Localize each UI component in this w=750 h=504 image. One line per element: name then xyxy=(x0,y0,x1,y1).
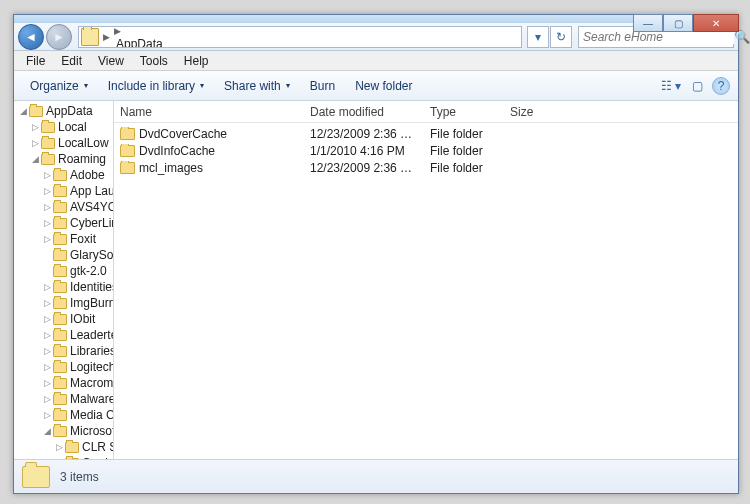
refresh-button[interactable]: ↻ xyxy=(550,26,572,48)
folder-icon xyxy=(65,442,79,453)
navigation-tree[interactable]: ◢AppData▷Local▷LocalLow◢Roaming▷Adobe▷Ap… xyxy=(14,101,114,459)
expand-icon[interactable]: ▷ xyxy=(42,202,53,212)
forward-button[interactable]: ► xyxy=(46,24,72,50)
content-area: ◢AppData▷Local▷LocalLow◢Roaming▷Adobe▷Ap… xyxy=(14,101,738,459)
tree-label: Media Center xyxy=(70,408,114,422)
folder-icon xyxy=(53,346,67,357)
tree-node[interactable]: ▷ImgBurn xyxy=(14,295,113,311)
menu-help[interactable]: Help xyxy=(176,52,217,70)
window-controls: — ▢ ✕ xyxy=(633,14,739,32)
file-row[interactable]: DvdInfoCache1/1/2010 4:16 PMFile folder xyxy=(114,142,738,159)
file-row[interactable]: mcl_images12/23/2009 2:36 PMFile folder xyxy=(114,159,738,176)
menu-edit[interactable]: Edit xyxy=(53,52,90,70)
history-dropdown[interactable]: ▾ xyxy=(527,26,549,48)
chevron-right-icon[interactable]: ▶ xyxy=(112,26,123,36)
view-options-button[interactable]: ☷ ▾ xyxy=(660,75,682,97)
file-list[interactable]: DvdCoverCache12/23/2009 2:36 PMFile fold… xyxy=(114,123,738,459)
tree-node[interactable]: ▷LocalLow xyxy=(14,135,113,151)
tree-node[interactable]: gtk-2.0 xyxy=(14,263,113,279)
expand-icon[interactable]: ▷ xyxy=(42,298,53,308)
folder-icon xyxy=(53,426,67,437)
burn-button[interactable]: Burn xyxy=(302,75,343,97)
expand-icon[interactable]: ▷ xyxy=(30,122,41,132)
expand-icon[interactable]: ◢ xyxy=(42,426,53,436)
navigation-bar: ◄ ► ▶ Computer▶Local Disk (C:)▶Users▶DER… xyxy=(14,23,738,51)
column-type[interactable]: Type xyxy=(424,101,504,122)
tree-node[interactable]: ◢AppData xyxy=(14,103,113,119)
expand-icon[interactable]: ▷ xyxy=(42,378,53,388)
file-row[interactable]: DvdCoverCache12/23/2009 2:36 PMFile fold… xyxy=(114,125,738,142)
tree-label: Macromedia xyxy=(70,376,114,390)
item-count-label: 3 items xyxy=(60,470,99,484)
folder-icon xyxy=(53,170,67,181)
expand-icon[interactable]: ▷ xyxy=(42,186,53,196)
tree-node[interactable]: ▷CyberLink xyxy=(14,215,113,231)
folder-icon xyxy=(53,330,67,341)
expand-icon[interactable]: ◢ xyxy=(30,154,41,164)
expand-icon[interactable]: ▷ xyxy=(42,234,53,244)
tree-node[interactable]: ▷IObit xyxy=(14,311,113,327)
expand-icon[interactable]: ▷ xyxy=(42,282,53,292)
tree-node[interactable]: ▷CLR Security xyxy=(14,439,113,455)
tree-node[interactable]: ▷Libraries xyxy=(14,343,113,359)
help-button[interactable]: ? xyxy=(712,77,730,95)
tree-label: Leadertech xyxy=(70,328,114,342)
new-folder-button[interactable]: New folder xyxy=(347,75,420,97)
tree-node[interactable]: ▷Foxit xyxy=(14,231,113,247)
folder-icon xyxy=(53,186,67,197)
expand-icon[interactable]: ◢ xyxy=(18,106,29,116)
menu-view[interactable]: View xyxy=(90,52,132,70)
tree-node[interactable]: ▷Logitech xyxy=(14,359,113,375)
folder-icon xyxy=(41,122,55,133)
breadcrumb-segment[interactable]: AppData xyxy=(112,37,199,48)
share-with-button[interactable]: Share with xyxy=(216,75,298,97)
address-bar[interactable]: ▶ Computer▶Local Disk (C:)▶Users▶DEREK▶A… xyxy=(78,26,522,48)
chevron-right-icon[interactable]: ▶ xyxy=(101,32,112,42)
column-size[interactable]: Size xyxy=(504,101,574,122)
expand-icon[interactable]: ▷ xyxy=(42,218,53,228)
tree-node[interactable]: ▷Leadertech xyxy=(14,327,113,343)
folder-icon xyxy=(53,234,67,245)
expand-icon[interactable]: ▷ xyxy=(30,138,41,148)
tree-node[interactable]: ▷AVS4YOU xyxy=(14,199,113,215)
tree-node[interactable]: ▷Malwarebytes xyxy=(14,391,113,407)
expand-icon[interactable]: ▷ xyxy=(42,170,53,180)
minimize-button[interactable]: — xyxy=(633,14,663,32)
tree-node[interactable]: ▷Local xyxy=(14,119,113,135)
menu-file[interactable]: File xyxy=(18,52,53,70)
folder-icon xyxy=(53,202,67,213)
tree-node[interactable]: ◢Roaming xyxy=(14,151,113,167)
expand-icon[interactable]: ▷ xyxy=(42,330,53,340)
folder-icon xyxy=(29,106,43,117)
close-button[interactable]: ✕ xyxy=(693,14,739,32)
expand-icon[interactable]: ▷ xyxy=(42,410,53,420)
folder-icon xyxy=(53,362,67,373)
details-pane: 3 items xyxy=(14,459,738,493)
menu-tools[interactable]: Tools xyxy=(132,52,176,70)
tree-node[interactable]: ▷Identities xyxy=(14,279,113,295)
expand-icon[interactable]: ▷ xyxy=(42,314,53,324)
title-bar[interactable] xyxy=(14,15,738,23)
tree-node[interactable]: GlarySoft xyxy=(14,247,113,263)
tree-node[interactable]: ▷Macromedia xyxy=(14,375,113,391)
expand-icon[interactable]: ▷ xyxy=(42,362,53,372)
include-in-library-button[interactable]: Include in library xyxy=(100,75,212,97)
back-button[interactable]: ◄ xyxy=(18,24,44,50)
tree-label: Identities xyxy=(70,280,114,294)
tree-label: Local xyxy=(58,120,87,134)
expand-icon[interactable]: ▷ xyxy=(54,442,65,452)
maximize-button[interactable]: ▢ xyxy=(663,14,693,32)
column-date[interactable]: Date modified xyxy=(304,101,424,122)
column-name[interactable]: Name xyxy=(114,101,304,122)
expand-icon[interactable]: ▷ xyxy=(42,346,53,356)
preview-pane-button[interactable]: ▢ xyxy=(686,75,708,97)
tree-node[interactable]: ◢Microsoft xyxy=(14,423,113,439)
file-type: File folder xyxy=(424,144,504,158)
tree-node[interactable]: ▷Adobe xyxy=(14,167,113,183)
column-headers: Name Date modified Type Size xyxy=(114,101,738,123)
tree-node[interactable]: ▷App Launcher xyxy=(14,183,113,199)
tree-label: Foxit xyxy=(70,232,96,246)
expand-icon[interactable]: ▷ xyxy=(42,394,53,404)
organize-button[interactable]: Organize xyxy=(22,75,96,97)
tree-node[interactable]: ▷Media Center xyxy=(14,407,113,423)
